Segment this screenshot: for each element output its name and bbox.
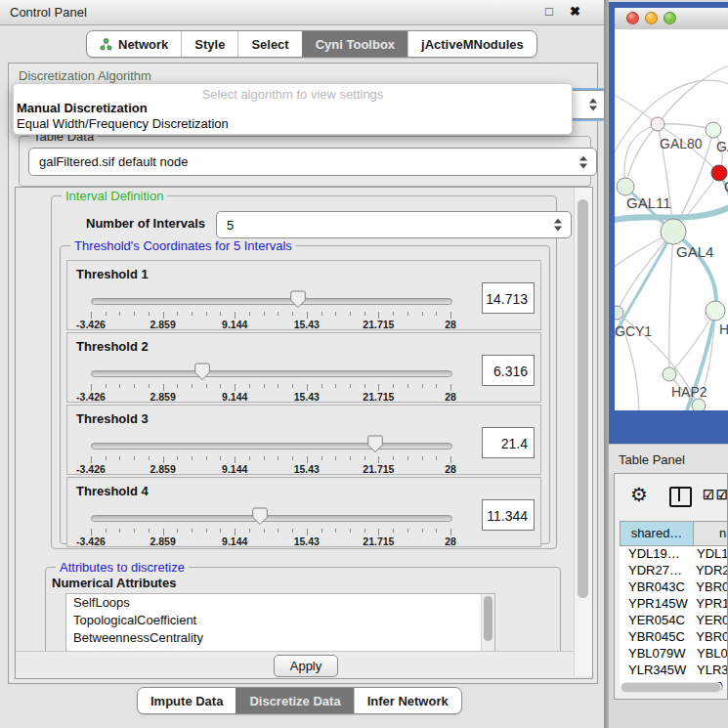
cell-name[interactable]: YBL0 bbox=[692, 646, 728, 663]
checkboxes-icon[interactable]: ☑☑ bbox=[703, 488, 728, 502]
table-row[interactable]: YBR043CYBR0 bbox=[620, 579, 728, 596]
slider-thumb-icon[interactable] bbox=[367, 435, 383, 453]
slider-thumb-icon[interactable] bbox=[194, 363, 210, 381]
slider-track[interactable] bbox=[91, 515, 452, 522]
slider-track[interactable] bbox=[91, 298, 452, 305]
slider-tick bbox=[192, 529, 193, 533]
node-h[interactable] bbox=[706, 301, 725, 321]
threshold-value-field[interactable]: 14.713 bbox=[482, 282, 535, 314]
settings-vertical-scrollbar[interactable] bbox=[574, 188, 592, 676]
tab-discretize-data[interactable]: Discretize Data bbox=[236, 688, 353, 713]
table-row[interactable]: YPR145WYPR1 bbox=[620, 596, 728, 613]
column-header-shared[interactable]: shared… bbox=[620, 521, 694, 546]
cell-name[interactable]: YPR1 bbox=[691, 596, 728, 613]
slider-tick bbox=[350, 312, 351, 316]
cell-shared-name[interactable]: YBR045C bbox=[620, 629, 691, 646]
threshold-slider[interactable]: -3.4262.8599.14415.4321.71528 bbox=[91, 363, 452, 402]
slider-tick bbox=[422, 384, 423, 388]
slider-tick bbox=[106, 456, 107, 460]
mac-zoom-icon[interactable] bbox=[664, 12, 676, 24]
threshold-block-1: Threshold 1-3.4262.8599.14415.4321.71528… bbox=[66, 260, 541, 330]
discretization-algorithm-label: Discretization Algorithm bbox=[19, 68, 151, 83]
node-bottom[interactable] bbox=[692, 399, 706, 410]
list-item-topologicalcoefficient[interactable]: TopologicalCoefficient bbox=[66, 612, 494, 629]
apply-button[interactable]: Apply bbox=[274, 655, 338, 677]
table-row[interactable]: YDL19…YDL1 bbox=[620, 546, 728, 563]
control-panel-title: Control Panel bbox=[10, 5, 87, 20]
tab-infer-network[interactable]: Infer Network bbox=[354, 688, 461, 713]
scrollbar-thumb[interactable] bbox=[621, 683, 720, 692]
cell-name[interactable]: YBR0 bbox=[691, 579, 728, 596]
table-row[interactable]: YLR345WYLR3 bbox=[620, 663, 728, 679]
cell-shared-name[interactable]: YBR043C bbox=[620, 579, 691, 596]
network-canvas[interactable]: GAL80GACGAL11GAL4GCY1HHAP2 bbox=[615, 29, 728, 410]
mac-minimize-icon[interactable] bbox=[645, 12, 658, 24]
slider-thumb-icon[interactable] bbox=[290, 290, 306, 309]
threshold-slider[interactable]: -3.4262.8599.14415.4321.71528 bbox=[91, 507, 452, 546]
node-gal80[interactable] bbox=[651, 117, 664, 131]
slider-track[interactable] bbox=[91, 370, 452, 377]
scrollbar-thumb[interactable] bbox=[484, 596, 492, 641]
cell-shared-name[interactable]: YLR345W bbox=[620, 663, 692, 679]
float-window-icon[interactable]: □ bbox=[545, 4, 553, 19]
tab-impute-data[interactable]: Impute Data bbox=[138, 688, 236, 713]
table-data-combobox[interactable]: galFiltered.sif default node bbox=[28, 148, 597, 176]
table-horizontal-scrollbar[interactable] bbox=[621, 682, 722, 693]
threshold-value-field[interactable]: 6.316 bbox=[482, 355, 535, 386]
node-upper-right[interactable] bbox=[706, 122, 721, 138]
cell-name[interactable]: YDL1 bbox=[692, 546, 728, 563]
column-header-name[interactable]: na bbox=[694, 521, 728, 546]
cell-name[interactable]: YLR3 bbox=[692, 663, 728, 679]
slider-tick bbox=[163, 456, 164, 463]
node-hap2[interactable] bbox=[663, 367, 676, 381]
threshold-slider[interactable]: -3.4262.8599.14415.4321.71528 bbox=[91, 290, 452, 329]
slider-tick bbox=[149, 312, 150, 316]
slider-tick bbox=[163, 529, 164, 535]
tab-network[interactable]: Network bbox=[87, 31, 181, 57]
table-row[interactable]: YBL079WYBL0 bbox=[620, 646, 728, 663]
slider-track[interactable] bbox=[91, 443, 452, 450]
cell-shared-name[interactable]: YDR27… bbox=[620, 563, 691, 579]
tab-jactivemnodules[interactable]: jActiveMNodules bbox=[407, 31, 536, 57]
attributes-list-scrollbar[interactable] bbox=[481, 594, 494, 651]
number-of-intervals-combobox[interactable]: 5 bbox=[216, 211, 572, 238]
split-column-icon[interactable] bbox=[669, 487, 692, 507]
cell-name[interactable]: YBR0 bbox=[691, 629, 728, 646]
list-item-selfloops[interactable]: SelfLoops bbox=[66, 594, 494, 612]
tab-style[interactable]: Style bbox=[181, 31, 237, 57]
tab-select[interactable]: Select bbox=[237, 31, 301, 57]
tab-label: Cyni Toolbox bbox=[316, 37, 395, 52]
threshold-value-field[interactable]: 11.344 bbox=[482, 499, 535, 531]
table-row[interactable]: YER054CYER0 bbox=[620, 613, 728, 629]
slider-tick bbox=[149, 456, 150, 460]
table-row[interactable]: YBR045CYBR0 bbox=[620, 629, 728, 646]
cell-shared-name[interactable]: YBL079W bbox=[620, 646, 692, 663]
cell-shared-name[interactable]: YER054C bbox=[620, 613, 691, 629]
gear-icon[interactable]: ⚙ bbox=[630, 483, 648, 506]
dropdown-option-manual-discretization[interactable]: Manual Discretization bbox=[17, 101, 148, 115]
cell-shared-name[interactable]: YDL19… bbox=[620, 546, 692, 563]
node-gal11[interactable] bbox=[617, 178, 634, 195]
tab-cyni-toolbox[interactable]: Cyni Toolbox bbox=[302, 31, 407, 57]
table-row[interactable]: YDR27…YDR2 bbox=[620, 563, 728, 579]
network-window-titlebar[interactable] bbox=[615, 8, 728, 30]
threshold-slider[interactable]: -3.4262.8599.14415.4321.71528 bbox=[91, 435, 452, 474]
mac-close-icon[interactable] bbox=[626, 12, 639, 24]
algorithm-hint-text: Select algorithm to view settings bbox=[14, 87, 572, 102]
node-gcy1[interactable] bbox=[615, 306, 623, 320]
close-icon[interactable]: ✖ bbox=[570, 4, 580, 19]
slider-tick bbox=[249, 456, 250, 460]
slider-tick-label: 28 bbox=[445, 391, 456, 403]
cell-name[interactable]: YDR2 bbox=[691, 563, 728, 579]
node-gal4[interactable] bbox=[661, 219, 686, 244]
dropdown-option-equal-width-frequency[interactable]: Equal Width/Frequency Discretization bbox=[17, 116, 229, 131]
slider-tick bbox=[134, 456, 135, 460]
slider-thumb-icon[interactable] bbox=[252, 507, 268, 526]
slider-tick bbox=[436, 529, 437, 533]
list-item-betweennesscentrality[interactable]: BetweennessCentrality bbox=[66, 629, 494, 647]
cell-name[interactable]: YER0 bbox=[691, 613, 728, 629]
threshold-value-field[interactable]: 21.4 bbox=[482, 427, 535, 458]
scrollbar-thumb[interactable] bbox=[578, 199, 588, 598]
numerical-attributes-list[interactable]: SelfLoopsTopologicalCoefficientBetweenne… bbox=[65, 593, 495, 652]
cell-shared-name[interactable]: YPR145W bbox=[620, 596, 691, 613]
